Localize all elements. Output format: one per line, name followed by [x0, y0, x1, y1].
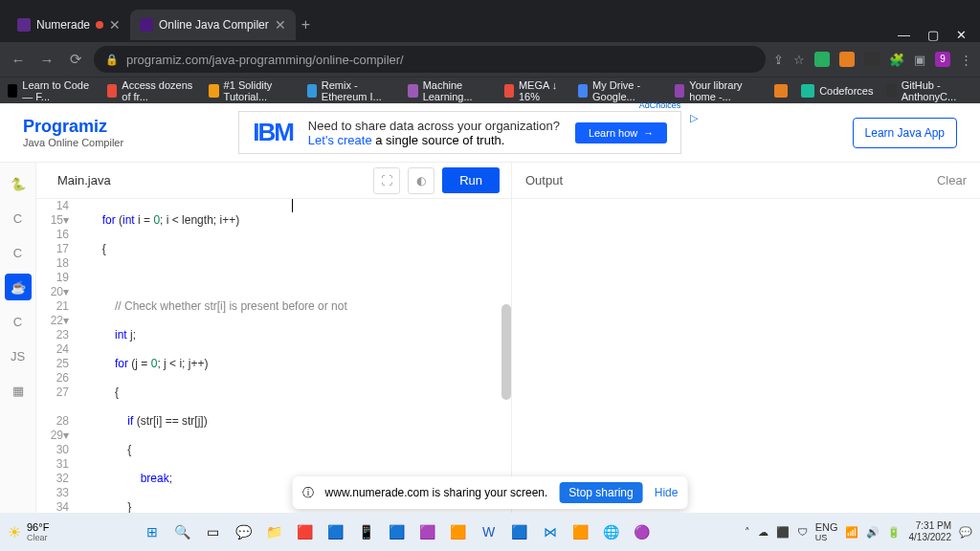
bookmark-item[interactable] [774, 84, 788, 98]
hide-sharing-button[interactable]: Hide [655, 486, 679, 499]
clock[interactable]: 7:31 PM 4/13/2022 [908, 520, 951, 543]
app-icon[interactable]: 🟣 [630, 519, 655, 544]
back-button[interactable]: ← [8, 52, 29, 68]
volume-icon[interactable]: 🔊 [866, 526, 880, 539]
chrome-icon[interactable]: 🌐 [599, 519, 624, 544]
star-icon[interactable]: ☆ [793, 53, 805, 67]
language-sidebar: 🐍 C C ☕ C JS ▦ [0, 163, 36, 513]
tabs-icon[interactable]: ▣ [914, 53, 925, 67]
logo[interactable]: Programiz Java Online Compiler [23, 117, 123, 148]
word-icon[interactable]: W [477, 519, 501, 544]
clear-button[interactable]: Clear [937, 173, 967, 187]
lang-c-icon[interactable]: C [5, 205, 32, 231]
tray-chevron-icon[interactable]: ˄ [745, 526, 750, 539]
weather-widget[interactable]: ☀ 96°F Clear [8, 521, 49, 542]
app-icon[interactable]: 🟧 [446, 519, 471, 544]
app-icon[interactable]: 🟪 [415, 519, 440, 544]
fullscreen-button[interactable]: ⛶ [373, 167, 400, 194]
app-icon[interactable]: 🟦 [385, 519, 410, 544]
menu-icon[interactable]: ⋮ [960, 53, 972, 67]
logo-subtitle: Java Online Compiler [23, 137, 123, 148]
bookmark-item[interactable]: #1 Solidity Tutorial... [209, 79, 293, 102]
weather-cond: Clear [27, 533, 49, 542]
lang-sql-icon[interactable]: ▦ [5, 377, 32, 404]
wifi-icon[interactable]: 📶 [845, 526, 858, 539]
theme-toggle-button[interactable]: ◐ [408, 167, 434, 194]
tray-icon[interactable]: 🛡 [797, 526, 808, 538]
lang-csharp-icon[interactable]: C [5, 308, 32, 335]
share-icon[interactable]: ⇪ [773, 53, 784, 67]
scrollbar[interactable] [501, 304, 511, 400]
forward-button[interactable]: → [36, 52, 57, 68]
close-icon[interactable]: ✕ [109, 17, 121, 33]
tab-title: Online Java Compiler [159, 18, 269, 32]
bookmark-item[interactable]: GitHub - AnthonyC... [886, 79, 972, 102]
extension-icon[interactable] [864, 52, 880, 67]
info-icon: ⓘ [302, 485, 314, 501]
tray-icon[interactable]: ⬛ [776, 526, 790, 539]
ad-learn-button[interactable]: Learn how→ [575, 122, 667, 143]
arrow-right-icon: → [643, 127, 654, 139]
run-button[interactable]: Run [442, 167, 500, 193]
onedrive-icon[interactable]: ☁ [758, 526, 768, 539]
browser-tab-numerade[interactable]: Numerade ✕ [8, 10, 130, 40]
file-tab-main[interactable]: Main.java [48, 169, 121, 191]
advertisement[interactable]: AdChoices ▷ IBM Need to share data acros… [238, 111, 681, 154]
ad-headline: Need to share data across your organizat… [308, 119, 560, 133]
tab-title: Numerade [36, 18, 90, 32]
extensions-icon[interactable]: 🧩 [889, 53, 904, 67]
favicon-icon [140, 18, 153, 32]
window-maximize-icon[interactable]: ▢ [927, 28, 939, 42]
lock-icon: 🔒 [105, 54, 119, 66]
bookmark-item[interactable]: Remix - Ethereum I... [307, 79, 395, 102]
app-icon[interactable]: 🟧 [568, 519, 593, 544]
ad-cta-text: Let's create [308, 133, 375, 147]
lang-python-icon[interactable]: 🐍 [5, 170, 32, 197]
widgets-icon[interactable]: 💬 [232, 519, 256, 544]
browser-tab-compiler[interactable]: Online Java Compiler ✕ [130, 10, 296, 40]
bookmark-item[interactable]: MEGA ↓ 16% [504, 79, 565, 102]
vscode-icon[interactable]: ⋈ [538, 519, 563, 544]
start-button[interactable]: ⊞ [140, 519, 165, 544]
url-text: programiz.com/java-programming/online-co… [126, 53, 404, 67]
window-close-icon[interactable]: ✕ [956, 28, 967, 42]
lang-js-icon[interactable]: JS [5, 342, 32, 369]
battery-icon[interactable]: 🔋 [887, 526, 901, 539]
reload-button[interactable]: ⟳ [65, 51, 86, 68]
bookmark-item[interactable]: My Drive - Google... [578, 79, 661, 102]
app-icon[interactable]: 🟦 [323, 519, 348, 544]
weather-temp: 96°F [27, 521, 49, 533]
bookmark-item[interactable]: Codeforces [801, 84, 873, 98]
task-view-icon[interactable]: ▭ [201, 519, 226, 544]
address-bar[interactable]: 🔒 programiz.com/java-programming/online-… [94, 46, 766, 73]
adchoices-label[interactable]: AdChoices [639, 100, 681, 110]
code-editor[interactable]: 14 15▾16 17 18 19 20▾21 22▾23 24 25 26 2… [36, 199, 511, 513]
lang-java-icon[interactable]: ☕ [5, 274, 32, 300]
extension-icon[interactable] [839, 52, 855, 67]
bookmark-item[interactable]: Learn to Code — F... [8, 79, 94, 102]
notifications-icon[interactable]: 💬 [959, 526, 972, 539]
window-minimize-icon[interactable]: — [898, 28, 910, 42]
app-icon[interactable]: 📱 [354, 519, 379, 544]
language-indicator[interactable]: ENGUS [815, 521, 838, 542]
stop-sharing-button[interactable]: Stop sharing [559, 482, 642, 503]
app-icon[interactable]: 🟥 [293, 519, 318, 544]
app-icon[interactable]: 🟦 [507, 519, 532, 544]
ad-close-icon[interactable]: ▷ [690, 112, 698, 124]
lang-cpp-icon[interactable]: C [5, 239, 32, 266]
search-icon[interactable]: 🔍 [170, 519, 195, 544]
logo-title: Programiz [23, 117, 123, 137]
learn-app-button[interactable]: Learn Java App [853, 118, 957, 148]
explorer-icon[interactable]: 📁 [262, 519, 287, 544]
close-icon[interactable]: ✕ [275, 17, 286, 33]
bookmark-item[interactable]: Machine Learning... [408, 79, 490, 102]
bookmark-item[interactable]: Your library home -... [675, 79, 761, 102]
favicon-icon [17, 18, 31, 32]
extension-icon[interactable] [814, 52, 830, 67]
sharing-text: www.numerade.com is sharing your screen. [325, 486, 548, 499]
output-title: Output [525, 173, 563, 187]
recording-dot-icon [96, 21, 103, 29]
new-tab-button[interactable]: + [301, 16, 310, 33]
bookmark-item[interactable]: Access dozens of fr... [107, 79, 195, 102]
profile-button[interactable]: 9 [935, 52, 950, 67]
